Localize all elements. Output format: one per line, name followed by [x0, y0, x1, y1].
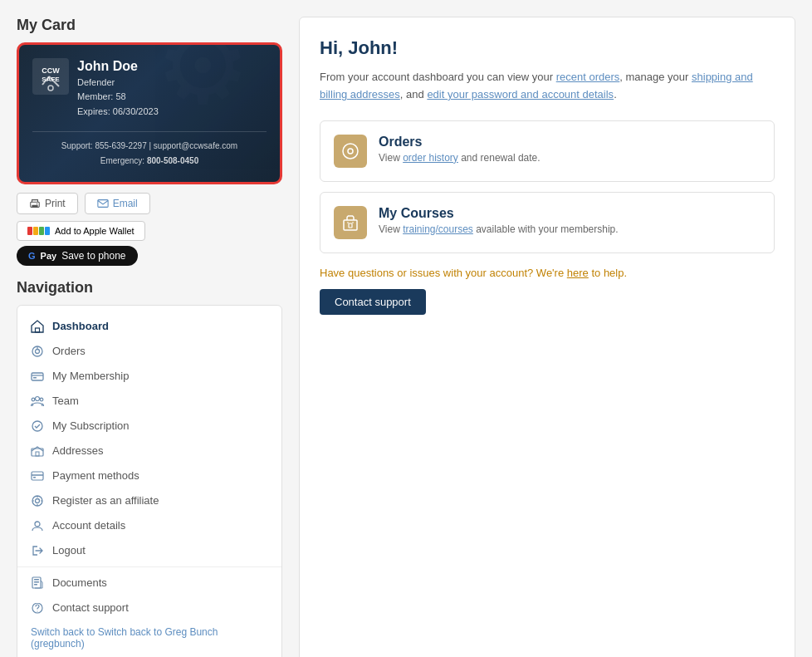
svg-rect-36: [349, 223, 352, 228]
apple-wallet-button[interactable]: Add to Apple Wallet: [17, 221, 145, 241]
courses-card-content: My Courses View training/courses availab…: [379, 206, 619, 235]
edit-password-link[interactable]: edit your password and account details: [427, 88, 614, 101]
card-actions: Print Email: [17, 193, 282, 214]
card-top: CCW SAFE John Doe Defender Member: 58 Ex…: [32, 58, 267, 120]
addresses-label: Addresses: [52, 444, 103, 457]
google-pay-label: Save to phone: [61, 250, 125, 262]
svg-rect-15: [33, 377, 37, 379]
navigation-box: Dashboard Orders: [17, 305, 282, 657]
my-membership-label: My Membership: [52, 370, 129, 382]
orders-card-title: Orders: [379, 135, 541, 150]
logout-label: Logout: [52, 544, 86, 556]
orders-card-icon: [334, 135, 367, 168]
card-support: Support: 855-639-2297 | support@ccwsafe.…: [32, 139, 267, 154]
navigation-title: Navigation: [17, 279, 282, 297]
svg-rect-7: [32, 204, 38, 207]
subscription-label: My Subscription: [52, 419, 129, 432]
svg-point-27: [35, 522, 40, 527]
svg-rect-9: [98, 199, 108, 207]
svg-point-17: [32, 398, 35, 401]
svg-rect-10: [36, 328, 40, 332]
account-details-label: Account details: [52, 519, 125, 532]
sidebar-item-my-membership[interactable]: My Membership: [17, 364, 281, 389]
subscription-icon: [31, 419, 44, 433]
google-pay-button[interactable]: G Pay Save to phone: [17, 246, 138, 266]
sidebar-item-team[interactable]: Team: [17, 389, 281, 414]
member-card: CCW SAFE John Doe Defender Member: 58 Ex…: [17, 42, 282, 184]
account-details-icon: [31, 519, 44, 532]
team-label: Team: [52, 395, 79, 407]
dashboard-label: Dashboard: [52, 320, 109, 332]
switch-user-item[interactable]: Switch back to Switch back to Greg Bunch…: [17, 620, 281, 655]
team-icon: [31, 395, 44, 408]
sidebar-item-account-details[interactable]: Account details: [17, 513, 281, 538]
navigation-section: Navigation Dashboard: [17, 279, 282, 657]
sidebar-item-contact-support[interactable]: Contact support: [17, 596, 281, 620]
order-history-link[interactable]: order history: [403, 152, 458, 164]
my-card-section: My Card CCW SAFE John Doe: [17, 17, 282, 266]
svg-point-18: [40, 398, 43, 401]
card-role: Defender: [77, 76, 159, 91]
svg-rect-24: [33, 477, 36, 478]
svg-point-16: [36, 396, 40, 400]
svg-rect-21: [36, 452, 39, 456]
sidebar-item-addresses[interactable]: Addresses: [17, 439, 281, 463]
building-icon: [341, 213, 360, 232]
sidebar-item-my-subscription[interactable]: My Subscription: [17, 414, 281, 439]
membership-icon: [31, 370, 44, 383]
email-icon: [97, 198, 109, 209]
card-name: John Doe: [77, 58, 159, 76]
right-column: Hi, John! From your account dashboard yo…: [299, 17, 795, 657]
card-member: Member: 58: [77, 90, 159, 105]
home-icon: [31, 320, 44, 333]
training-courses-link[interactable]: training/courses: [403, 223, 473, 235]
svg-point-8: [37, 203, 37, 203]
svg-point-33: [343, 144, 358, 159]
payment-methods-label: Payment methods: [52, 469, 139, 482]
support-text: Have questions or issues with your accou…: [320, 267, 775, 279]
apple-wallet-label: Add to Apple Wallet: [55, 226, 135, 236]
svg-rect-29: [34, 579, 39, 581]
apple-wallet-icon: [27, 227, 50, 235]
sidebar-item-dashboard[interactable]: Dashboard: [17, 314, 281, 339]
welcome-text: From your account dashboard you can view…: [320, 69, 775, 104]
svg-rect-35: [344, 220, 357, 230]
orders-card-desc: View order history and renewal date.: [379, 152, 541, 164]
contact-support-button[interactable]: Contact support: [320, 289, 426, 315]
logout-icon: [31, 544, 44, 557]
svg-point-26: [36, 498, 40, 503]
card-expires: Expires: 06/30/2023: [77, 105, 159, 120]
svg-rect-22: [32, 472, 43, 480]
sidebar-item-logout[interactable]: Logout: [17, 538, 281, 563]
svg-point-19: [32, 421, 42, 431]
here-link[interactable]: here: [567, 267, 589, 279]
ccwsafe-logo-icon: CCW SAFE: [32, 58, 69, 95]
courses-card-title: My Courses: [379, 206, 619, 221]
register-affiliate-label: Register as an affiliate: [52, 494, 159, 507]
documents-label: Documents: [52, 576, 107, 589]
courses-card-icon: [334, 206, 367, 239]
print-button[interactable]: Print: [17, 193, 78, 214]
email-button[interactable]: Email: [85, 193, 150, 214]
orders-label: Orders: [52, 345, 86, 357]
affiliate-icon: [31, 494, 44, 507]
support-icon: [31, 601, 44, 615]
card-emergency: Emergency: 800-508-0450: [32, 154, 267, 169]
card-info: John Doe Defender Member: 58 Expires: 06…: [77, 58, 159, 120]
svg-point-12: [36, 349, 40, 353]
switch-user-text: Switch back to: [31, 626, 98, 638]
svg-point-32: [37, 610, 37, 611]
card-footer: Support: 855-639-2297 | support@ccwsafe.…: [32, 131, 267, 169]
sidebar-item-documents[interactable]: Documents: [17, 571, 281, 596]
circle-dot-icon: [341, 142, 360, 160]
svg-rect-14: [32, 373, 43, 380]
sidebar-item-register-affiliate[interactable]: Register as an affiliate: [17, 488, 281, 513]
address-icon: [31, 444, 44, 458]
courses-card: My Courses View training/courses availab…: [320, 192, 775, 253]
svg-rect-31: [34, 584, 37, 586]
greeting: Hi, John!: [320, 37, 775, 59]
sidebar-item-orders[interactable]: Orders: [17, 339, 281, 364]
sidebar-item-payment-methods[interactable]: Payment methods: [17, 463, 281, 488]
recent-orders-link[interactable]: recent orders: [556, 71, 620, 83]
my-card-title: My Card: [17, 17, 282, 34]
